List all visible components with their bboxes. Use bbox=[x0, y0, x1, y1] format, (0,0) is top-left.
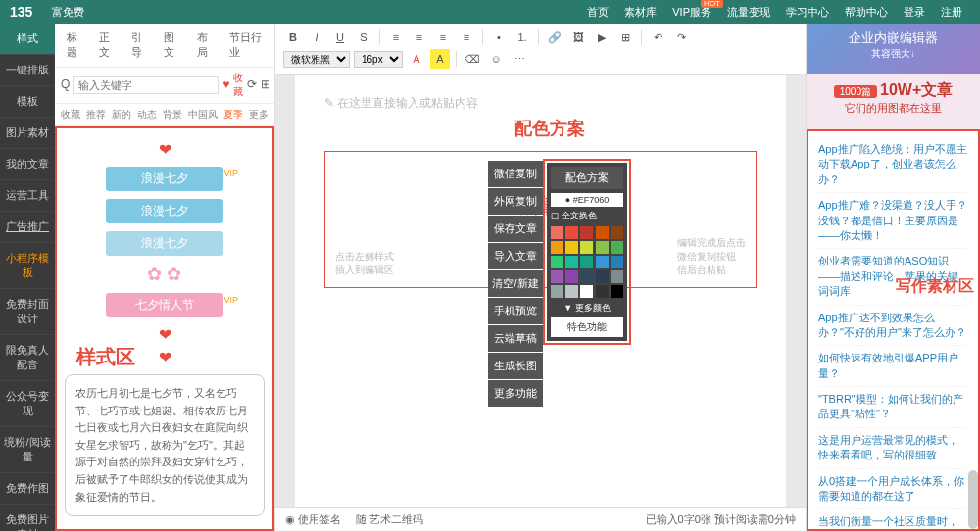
align-justify-button[interactable]: ≡ bbox=[457, 27, 476, 47]
article-link[interactable]: "TBRR"模型：如何让我们的产品更具"粘性"？ bbox=[818, 387, 968, 428]
more-button[interactable]: ⋯ bbox=[510, 49, 529, 69]
video-button[interactable]: ▶ bbox=[592, 27, 612, 47]
color-swatch[interactable] bbox=[580, 285, 593, 298]
color-swatch[interactable] bbox=[551, 285, 564, 298]
sidebar-layout[interactable]: 一键排版 bbox=[0, 55, 55, 86]
promo-banner-1[interactable]: 企业内嵌编辑器 其容强大↓ bbox=[807, 24, 980, 74]
article-link[interactable]: 这是用户运营最常见的模式，快来看看吧，写的很细致 bbox=[818, 428, 968, 469]
wechat-copy-button[interactable]: 微信复制 bbox=[488, 161, 543, 187]
style-ribbon-3[interactable]: 浪漫七夕 bbox=[106, 231, 223, 256]
nav-home[interactable]: 首页 bbox=[587, 5, 609, 20]
sidebar-wechat-monetize[interactable]: 公众号变现 bbox=[0, 381, 55, 427]
undo-button[interactable]: ↶ bbox=[648, 27, 667, 47]
nav-material[interactable]: 素材库 bbox=[624, 5, 657, 20]
special-func-button[interactable]: 特色功能 bbox=[551, 317, 623, 337]
fulltext-checkbox[interactable]: ☐ 全文换色 bbox=[551, 210, 623, 222]
color-swatch[interactable] bbox=[611, 256, 623, 268]
save-button[interactable]: 保存文章 bbox=[488, 216, 543, 242]
color-swatch[interactable] bbox=[565, 226, 578, 239]
filter-china[interactable]: 中国风 bbox=[188, 108, 218, 121]
qr-button[interactable]: 随 艺术二维码 bbox=[356, 512, 423, 527]
tab-body[interactable]: 正文 bbox=[93, 27, 122, 63]
article-link[interactable]: App推广陷入绝境：用户不愿主动下载App了，创业者该怎么办？ bbox=[818, 137, 968, 193]
list-ul-button[interactable]: • bbox=[489, 27, 509, 47]
color-swatch[interactable] bbox=[596, 241, 609, 254]
web-copy-button[interactable]: 外网复制 bbox=[488, 188, 543, 215]
filter-bg[interactable]: 背景 bbox=[163, 108, 182, 121]
sidebar-freeimg[interactable]: 免费图片素材 bbox=[0, 505, 55, 531]
italic-button[interactable]: I bbox=[307, 27, 326, 47]
sidebar-tools[interactable]: 运营工具 bbox=[0, 180, 55, 212]
tab-guide[interactable]: 引导 bbox=[125, 27, 154, 63]
strike-button[interactable]: S bbox=[354, 27, 373, 47]
draft-button[interactable]: 云端草稿 bbox=[488, 325, 543, 352]
color-swatch[interactable] bbox=[611, 241, 623, 254]
nav-login[interactable]: 登录 bbox=[904, 5, 925, 20]
align-left-button[interactable]: ≡ bbox=[386, 27, 406, 47]
color-swatch[interactable] bbox=[551, 270, 564, 283]
image-button[interactable]: 🖼 bbox=[568, 27, 588, 47]
article-link[interactable]: App推广达不到效果怎么办？"不好的用户"来了怎么办？ bbox=[818, 306, 968, 347]
color-swatch[interactable] bbox=[611, 270, 623, 283]
fav-icon[interactable]: ♥ bbox=[222, 77, 229, 93]
sidebar-fans[interactable]: 境粉/阅读量 bbox=[0, 427, 55, 473]
signature-toggle[interactable]: ◉ 使用签名 bbox=[285, 512, 341, 527]
sidebar-voice[interactable]: 限免真人配音 bbox=[0, 335, 55, 381]
style-ribbon-4[interactable]: 七夕情人节VIP bbox=[106, 293, 223, 317]
filter-fav[interactable]: 收藏 bbox=[61, 108, 80, 121]
more-func-button[interactable]: 更多功能 bbox=[488, 380, 543, 407]
article-link[interactable]: 当我们衡量一个社区质量时，主要看它好不好的指标 bbox=[818, 509, 968, 531]
filter-more[interactable]: 更多 bbox=[249, 108, 269, 121]
font-family-select[interactable]: 微软雅黑 bbox=[283, 51, 350, 68]
nav-monetize[interactable]: 流量变现 bbox=[727, 5, 770, 20]
color-swatch[interactable] bbox=[551, 226, 564, 239]
color-swatch[interactable] bbox=[580, 256, 593, 268]
refresh-icon[interactable]: ⟳ bbox=[247, 77, 257, 93]
color-swatch[interactable] bbox=[611, 226, 623, 239]
sidebar-ad[interactable]: 广告推广 bbox=[0, 212, 55, 243]
sidebar-template[interactable]: 模板 bbox=[0, 86, 55, 118]
import-button[interactable]: 导入文章 bbox=[488, 243, 543, 269]
search-icon[interactable]: Q bbox=[61, 77, 70, 93]
tab-title[interactable]: 标题 bbox=[61, 27, 89, 63]
nav-register[interactable]: 注册 bbox=[941, 5, 962, 20]
color-swatch[interactable] bbox=[551, 256, 564, 268]
filter-dynamic[interactable]: 动态 bbox=[137, 108, 157, 121]
color-swatch[interactable] bbox=[596, 256, 609, 268]
color-swatch[interactable] bbox=[551, 241, 564, 254]
align-center-button[interactable]: ≡ bbox=[410, 27, 429, 47]
search-input[interactable] bbox=[74, 76, 219, 94]
color-swatch[interactable] bbox=[565, 256, 578, 268]
story-box[interactable]: 农历七月初七是七夕节，又名乞巧节、七巧节或七姐诞。相传农历七月七日夜或七月六日夜… bbox=[65, 374, 265, 516]
color-swatch[interactable] bbox=[596, 270, 609, 283]
article-link[interactable]: App推广难？没渠道？没人手？没钱？都是借口！主要原因是——你太懒！ bbox=[818, 193, 968, 249]
preview-button[interactable]: 手机预览 bbox=[488, 298, 543, 324]
font-size-select[interactable]: 16px bbox=[354, 51, 403, 68]
align-right-button[interactable]: ≡ bbox=[433, 27, 453, 47]
article-link[interactable]: 如何快速有效地引爆APP用户量？ bbox=[818, 346, 968, 387]
underline-button[interactable]: U bbox=[330, 27, 350, 47]
sidebar-freedraw[interactable]: 免费作图 bbox=[0, 473, 55, 505]
bgcolor-button[interactable]: A bbox=[430, 49, 450, 69]
color-swatch[interactable] bbox=[611, 285, 623, 298]
sidebar-cover[interactable]: 免费封面设计 bbox=[0, 289, 55, 335]
bold-button[interactable]: B bbox=[283, 27, 303, 47]
style-ribbon-2[interactable]: 浪漫七夕 bbox=[106, 199, 223, 223]
tab-holiday[interactable]: 节日行业 bbox=[223, 27, 269, 63]
list-ol-button[interactable]: 1. bbox=[513, 27, 532, 47]
color-swatch[interactable] bbox=[580, 270, 593, 283]
article-link[interactable]: 从0搭建一个用户成长体系，你需要知道的都在这了 bbox=[818, 469, 968, 510]
tab-imgtext[interactable]: 图文 bbox=[158, 27, 186, 63]
color-button[interactable]: A bbox=[407, 49, 426, 69]
nav-vip[interactable]: VIP服务HOT bbox=[672, 5, 711, 20]
emoji-button[interactable]: ☺ bbox=[486, 49, 506, 69]
color-swatch[interactable] bbox=[596, 226, 609, 239]
color-swatch[interactable] bbox=[565, 285, 578, 298]
filter-rec[interactable]: 推荐 bbox=[86, 108, 106, 121]
longimg-button[interactable]: 生成长图 bbox=[488, 353, 543, 379]
color-hex-input[interactable]: ● #EF7060 bbox=[551, 193, 623, 207]
redo-button[interactable]: ↷ bbox=[671, 27, 691, 47]
grid-icon[interactable]: ⊞ bbox=[261, 77, 270, 93]
color-swatch[interactable] bbox=[596, 285, 609, 298]
scrollbar[interactable] bbox=[968, 470, 978, 529]
